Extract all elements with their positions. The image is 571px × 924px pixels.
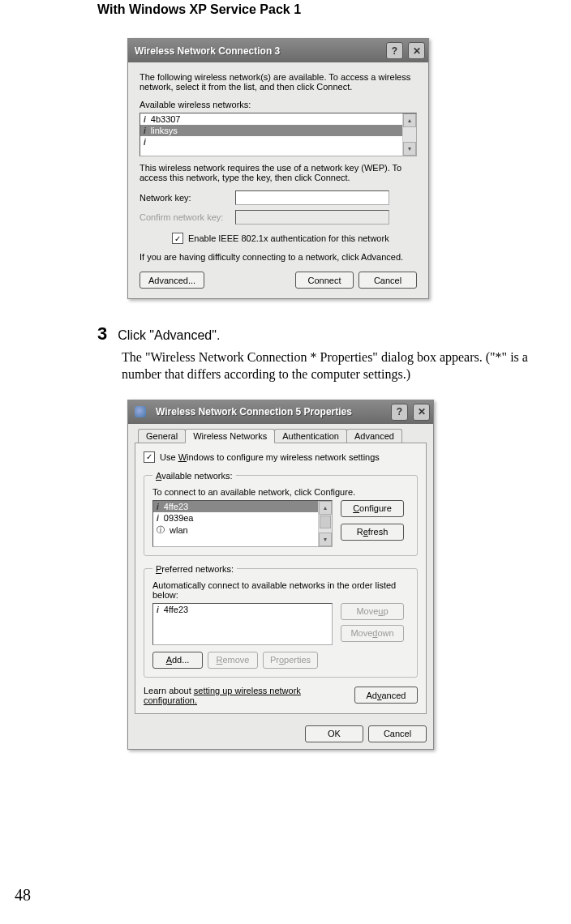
- confirm-key-input: [235, 210, 389, 225]
- properties-button: Properties: [263, 652, 318, 669]
- preferred-networks-list[interactable]: 4ffe23: [152, 603, 333, 645]
- list-item[interactable]: 0939ea: [153, 512, 332, 524]
- antenna-icon: ⓘ: [157, 524, 165, 536]
- ieee-label: Enable IEEE 802.1x authentication for th…: [188, 233, 389, 243]
- available-hint: To connect to an available network, clic…: [152, 487, 409, 497]
- tab-wireless-networks[interactable]: Wireless Networks: [185, 429, 275, 443]
- close-icon[interactable]: ✕: [413, 404, 430, 421]
- scroll-up-icon[interactable]: ▴: [319, 501, 332, 515]
- list-item[interactable]: 4ffe23: [153, 604, 332, 615]
- difficulty-text: If you are having difficulty connecting …: [140, 252, 417, 262]
- use-windows-label: Use Windows to configure my wireless net…: [160, 452, 380, 462]
- page-number: 48: [15, 886, 31, 905]
- list-item[interactable]: 4b3307: [140, 113, 416, 125]
- help-icon[interactable]: ?: [386, 42, 403, 59]
- network-key-input[interactable]: [235, 190, 389, 205]
- network-name: wlan: [170, 525, 188, 535]
- body-text: The "Wireless Network Connection * Prope…: [122, 349, 547, 383]
- network-key-label: Network key:: [140, 193, 235, 203]
- advanced-button[interactable]: Advanced: [354, 687, 418, 704]
- dialog-title: Wireless Network Connection 3: [135, 45, 381, 57]
- antenna-icon: [157, 502, 159, 511]
- move-up-button: Move up: [341, 603, 404, 620]
- cancel-button[interactable]: Cancel: [358, 272, 417, 289]
- scroll-thumb[interactable]: [320, 515, 331, 528]
- preferred-legend: Preferred networks:: [152, 564, 237, 574]
- antenna-icon: [144, 126, 146, 135]
- tab-general[interactable]: General: [138, 429, 186, 443]
- available-label: Available wireless networks:: [140, 100, 417, 109]
- advanced-button[interactable]: Advanced...: [140, 272, 204, 289]
- network-name: 4b3307: [151, 114, 181, 124]
- close-icon[interactable]: ✕: [408, 42, 425, 59]
- antenna-icon: [157, 605, 159, 614]
- list-item[interactable]: [140, 136, 416, 148]
- move-down-button: Move down: [341, 625, 404, 642]
- ieee-checkbox[interactable]: ✓: [172, 233, 183, 244]
- ok-button[interactable]: OK: [305, 725, 363, 742]
- confirm-key-label: Confirm network key:: [140, 212, 235, 222]
- page-heading: With Windows XP Service Pack 1: [97, 2, 547, 17]
- use-windows-checkbox[interactable]: ✓: [144, 451, 155, 463]
- dialog-title: Wireless Network Connection 5 Properties: [156, 406, 386, 417]
- titlebar: Wireless Network Connection 3 ? ✕: [128, 39, 428, 62]
- scroll-down-icon[interactable]: ▾: [403, 142, 416, 156]
- step-instruction: Click "Advanced".: [118, 328, 220, 343]
- preferred-hint: Automatically connect to available netwo…: [152, 580, 409, 600]
- network-name: 4ffe23: [164, 605, 188, 614]
- antenna-icon: [144, 114, 146, 124]
- list-item[interactable]: 4ffe23: [153, 501, 332, 512]
- tab-authentication[interactable]: Authentication: [274, 429, 347, 443]
- cancel-button[interactable]: Cancel: [368, 725, 427, 742]
- intro-text: The following wireless network(s) are av…: [140, 72, 417, 92]
- titlebar: Wireless Network Connection 5 Properties…: [128, 400, 433, 424]
- scroll-down-icon[interactable]: ▾: [319, 533, 332, 546]
- step-number: 3: [97, 323, 107, 344]
- antenna-icon: [157, 513, 159, 523]
- wep-hint: This wireless network requires the use o…: [140, 163, 417, 182]
- refresh-button[interactable]: Refresh: [341, 524, 404, 541]
- network-name: linksys: [151, 126, 178, 135]
- scroll-up-icon[interactable]: ▴: [403, 113, 416, 127]
- scrollbar[interactable]: ▴ ▾: [402, 113, 416, 156]
- available-networks-list[interactable]: 4b3307 linksys ▴ ▾: [140, 113, 417, 156]
- available-networks-fieldset: Available networks: To connect to an ava…: [144, 471, 418, 556]
- configure-button[interactable]: Configure: [341, 500, 404, 517]
- available-legend: Available networks:: [152, 471, 236, 481]
- connect-button[interactable]: Connect: [295, 272, 354, 289]
- help-icon[interactable]: ?: [391, 404, 408, 421]
- learn-text: Learn about setting up wireless network …: [144, 686, 354, 705]
- list-item[interactable]: ⓘ wlan: [153, 524, 332, 537]
- network-name: 4ffe23: [164, 502, 188, 511]
- network-name: 0939ea: [164, 513, 194, 523]
- list-item[interactable]: linksys: [140, 125, 416, 136]
- add-button[interactable]: Add...: [152, 652, 203, 669]
- preferred-networks-fieldset: Preferred networks: Automatically connec…: [144, 564, 418, 678]
- tab-advanced[interactable]: Advanced: [346, 429, 402, 443]
- antenna-icon: [144, 137, 146, 147]
- properties-dialog: Wireless Network Connection 5 Properties…: [127, 400, 434, 750]
- available-networks-list[interactable]: 4ffe23 0939ea ⓘ wlan: [152, 500, 333, 547]
- remove-button: Remove: [208, 652, 258, 669]
- scrollbar[interactable]: ▴ ▾: [318, 501, 332, 546]
- wireless-icon: [135, 406, 146, 417]
- wireless-connection-dialog: Wireless Network Connection 3 ? ✕ The fo…: [127, 38, 429, 299]
